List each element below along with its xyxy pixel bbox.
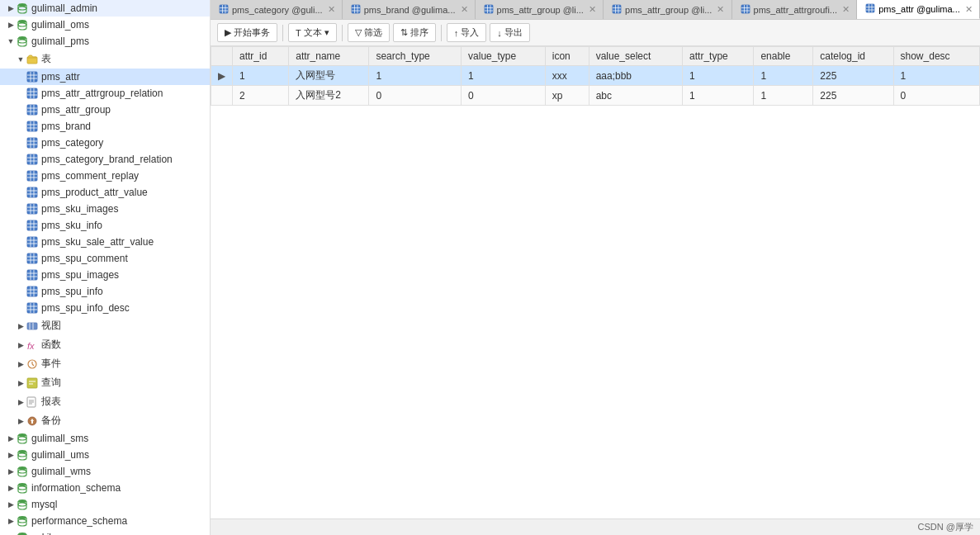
db-icon — [17, 466, 28, 477]
sidebar-item-pms_sku_images[interactable]: pms_sku_images — [0, 201, 210, 217]
sidebar-label: 视图 — [41, 319, 61, 333]
table-row[interactable]: 2入网型号200xpabc112250 — [211, 86, 980, 106]
table-cell[interactable]: abc — [589, 86, 682, 106]
col-header-value_type[interactable]: value_type — [462, 47, 546, 66]
sidebar-item-pms_brand[interactable]: pms_brand — [0, 118, 210, 135]
table-cell[interactable]: 1 — [683, 86, 754, 106]
sidebar-item-events-folder[interactable]: ▶ 事件 — [0, 354, 210, 373]
sidebar-item-pms_category_brand_relation[interactable]: pms_category_brand_relation — [0, 151, 210, 168]
import-button[interactable]: ↑ 导入 — [447, 23, 487, 42]
sidebar-item-pms_attr_attrgroup_relation[interactable]: pms_attr_attrgroup_relation — [0, 85, 210, 102]
db-icon — [17, 515, 28, 527]
table-cell[interactable]: 1 — [233, 66, 289, 86]
table-cell[interactable]: 2 — [233, 86, 289, 106]
sidebar-item-gulimall_oms[interactable]: ▶ gulimall_oms — [0, 17, 210, 33]
sidebar-item-pms_product_attr_value[interactable]: pms_product_attr_value — [0, 184, 210, 201]
col-header-value_select[interactable]: value_select — [589, 47, 682, 66]
begin-transaction-button[interactable]: ▶ 开始事务 — [217, 23, 277, 42]
table-cell[interactable]: 0 — [462, 86, 546, 106]
tab-pms_attr_attrgroup[interactable]: pms_attr_attrgroufi... ✕ — [732, 0, 858, 19]
sidebar-item-views-folder[interactable]: ▶ 视图 — [0, 316, 210, 335]
col-header-catelog_id[interactable]: catelog_id — [813, 47, 893, 66]
tab-pms_category[interactable]: pms_category @guli... ✕ — [211, 0, 343, 19]
table-icon — [26, 203, 38, 215]
sidebar-item-backup-folder[interactable]: ▶ 备份 — [0, 411, 210, 430]
sidebar-item-gulimall_ums[interactable]: ▶ gulimall_ums — [0, 447, 210, 463]
sidebar-label: pms_brand — [41, 121, 91, 132]
tab-close-button[interactable]: ✕ — [328, 4, 335, 15]
sidebar-item-performance_schema[interactable]: ▶ performance_schema — [0, 513, 210, 529]
sidebar-label: sakila — [31, 532, 57, 535]
sidebar-item-sakila[interactable]: ▶ sakila — [0, 529, 210, 535]
col-header-search_type[interactable]: search_type — [369, 47, 462, 66]
sidebar-item-pms_category[interactable]: pms_category — [0, 135, 210, 151]
sidebar-item-pms_attr_group[interactable]: pms_attr_group — [0, 102, 210, 118]
table-cell[interactable]: 225 — [813, 86, 893, 106]
table-cell[interactable]: 1 — [754, 66, 813, 86]
svg-rect-77 — [27, 303, 37, 313]
sidebar-item-gulimall_wms[interactable]: ▶ gulimall_wms — [0, 463, 210, 480]
sidebar-item-pms_spu_comment[interactable]: pms_spu_comment — [0, 250, 210, 267]
filter-button[interactable]: ▽ 筛选 — [348, 23, 390, 42]
sidebar-item-pms_spu_info_desc[interactable]: pms_spu_info_desc — [0, 300, 210, 316]
sidebar-item-pms_sku_sale_attr_value[interactable]: pms_sku_sale_attr_value — [0, 234, 210, 250]
sidebar-item-pms_sku_info[interactable]: pms_sku_info — [0, 217, 210, 234]
col-header-icon[interactable]: icon — [545, 47, 589, 66]
sidebar-item-tables-folder[interactable]: ▼ 表 — [0, 50, 210, 69]
sidebar-label: mysql — [31, 499, 57, 510]
table-cell[interactable]: 入网型号 — [289, 66, 369, 86]
filter-label: 筛选 — [364, 26, 382, 39]
sidebar-item-mysql[interactable]: ▶ mysql — [0, 496, 210, 513]
table-tab-icon — [865, 3, 875, 15]
table-cell[interactable]: 1 — [462, 66, 546, 86]
sidebar-item-pms_comment_replay[interactable]: pms_comment_replay — [0, 168, 210, 184]
sidebar-item-pms_spu_info[interactable]: pms_spu_info — [0, 283, 210, 300]
tab-close-button[interactable]: ✕ — [461, 4, 468, 15]
col-header-show_desc[interactable]: show_desc — [893, 47, 979, 66]
table-cell[interactable]: 1 — [683, 66, 754, 86]
table-cell[interactable]: xp — [545, 86, 589, 106]
sidebar-item-pms_spu_images[interactable]: pms_spu_images — [0, 267, 210, 283]
tab-close-button[interactable]: ✕ — [717, 4, 724, 15]
sidebar-item-pms_attr[interactable]: pms_attr — [0, 69, 210, 85]
table-cell[interactable]: xxx — [545, 66, 589, 86]
table-cell[interactable]: 225 — [813, 66, 893, 86]
toolbar-separator — [282, 25, 283, 41]
sidebar-label: pms_comment_replay — [41, 170, 139, 182]
sidebar-label: pms_spu_images — [41, 269, 119, 281]
table-cell[interactable]: 1 — [369, 66, 462, 86]
col-header-attr_type[interactable]: attr_type — [683, 47, 754, 66]
tab-pms_attr[interactable]: pms_attr @gulima... ✕ — [857, 0, 980, 19]
tab-close-button[interactable]: ✕ — [965, 4, 973, 15]
table-cell[interactable]: 1 — [754, 86, 813, 106]
table-cell[interactable]: 1 — [893, 66, 979, 86]
table-cell[interactable]: 0 — [369, 86, 462, 106]
table-row[interactable]: ▶1入网型号11xxxaaa;bbb112251 — [211, 66, 980, 86]
sidebar-item-queries-folder[interactable]: ▶ 查询 — [0, 373, 210, 392]
sidebar-label: 备份 — [41, 414, 61, 428]
table-cell[interactable]: 入网型号2 — [289, 86, 369, 106]
tab-close-button[interactable]: ✕ — [842, 4, 850, 15]
tab-pms_brand[interactable]: pms_brand @gulima... ✕ — [343, 0, 476, 19]
chevron-right-icon: ▶ — [7, 484, 15, 492]
sort-button[interactable]: ⇅ 排序 — [393, 23, 436, 42]
chevron-right-icon: ▶ — [17, 379, 25, 387]
chevron-right-icon: ▶ — [17, 360, 25, 368]
sidebar-label: pms_attr_attrgroup_relation — [41, 88, 163, 99]
sidebar-item-reports-folder[interactable]: ▶ 报表 — [0, 392, 210, 411]
tab-pms_attr_group-1[interactable]: pms_attr_group @li... ✕ — [476, 0, 604, 19]
col-header-enable[interactable]: enable — [754, 47, 813, 66]
col-header-attr_name[interactable]: attr_name — [289, 47, 369, 66]
sidebar-item-information_schema[interactable]: ▶ information_schema — [0, 480, 210, 496]
table-cell[interactable]: 0 — [893, 86, 979, 106]
sidebar-item-functions-folder[interactable]: ▶ fx 函数 — [0, 335, 210, 354]
text-button[interactable]: T 文本 ▾ — [288, 23, 337, 42]
sidebar-item-gulimall_admin[interactable]: ▶ gulimall_admin — [0, 0, 210, 17]
col-header-attr_id[interactable]: attr_id — [233, 47, 289, 66]
tab-close-button[interactable]: ✕ — [589, 4, 596, 15]
table-cell[interactable]: aaa;bbb — [589, 66, 682, 86]
sidebar-item-gulimall_sms[interactable]: ▶ gulimall_sms — [0, 430, 210, 447]
sidebar-item-gulimall_pms[interactable]: ▼ gulimall_pms — [0, 33, 210, 50]
tab-pms_attr_group-2[interactable]: pms_attr_group @li... ✕ — [604, 0, 731, 19]
export-button[interactable]: ↓ 导出 — [490, 23, 530, 42]
